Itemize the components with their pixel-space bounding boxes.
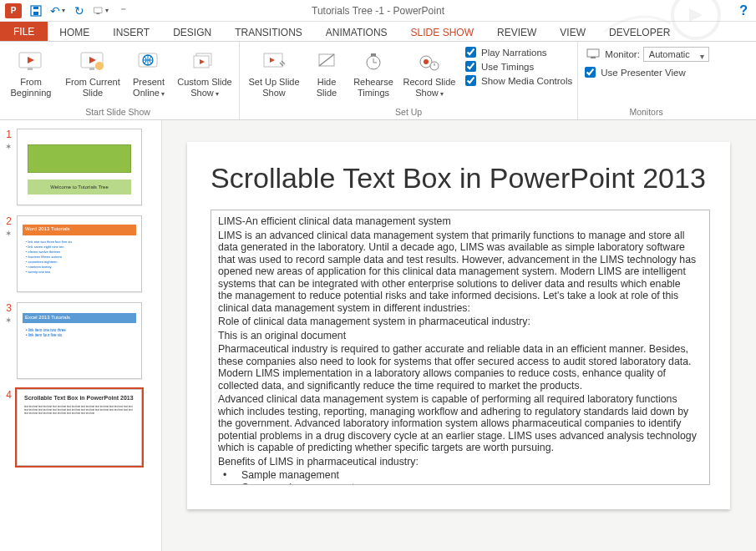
thumb-row[interactable]: 2✶ Word 2013 Tutorials • link one two th…	[0, 214, 161, 301]
slide-thumbnails-panel: 1✶ Welcome to Tutorials Tree 2✶ Word 201…	[0, 120, 162, 551]
from-beginning-button[interactable]: From Beginning	[2, 45, 60, 98]
monitor-select-value: Automatic	[643, 47, 709, 62]
slide-text: Role of clinical data management system …	[218, 316, 698, 328]
custom-slide-show-button[interactable]: Custom Slide Show▾	[175, 45, 234, 99]
group-set-up-label: Set Up	[245, 106, 572, 119]
tab-developer[interactable]: DEVELOPER	[597, 23, 682, 41]
tab-animations[interactable]: ANIMATIONS	[314, 23, 399, 41]
tab-transitions[interactable]: TRANSITIONS	[223, 23, 314, 41]
ribbon-tabs: FILE HOME INSERT DESIGN TRANSITIONS ANIM…	[0, 22, 756, 42]
rehearse-timings-button[interactable]: Rehearse Timings	[350, 45, 397, 98]
svg-rect-30	[587, 49, 599, 57]
slide-text: Benefits of LIMS in pharmaceutical indus…	[218, 456, 698, 468]
tab-design[interactable]: DESIGN	[161, 23, 223, 41]
setup-slide-show-button[interactable]: Set Up Slide Show	[245, 45, 303, 98]
tab-slide-show[interactable]: SLIDE SHOW	[399, 23, 485, 41]
slide-editor[interactable]: Scrollable Text Box in PowerPoint 2013 L…	[162, 120, 756, 551]
thumb-row[interactable]: 3✶ Excel 2013 Tutorials • link item one …	[0, 301, 161, 387]
hide-slide-label: Hide Slide	[307, 77, 347, 98]
thumb-2[interactable]: Word 2013 Tutorials • link one two three…	[17, 215, 142, 292]
svg-rect-4	[96, 13, 99, 13]
tab-view[interactable]: VIEW	[548, 23, 597, 41]
svg-rect-8	[28, 68, 33, 70]
thumb-4[interactable]: Scrollable Text Box in PowerPoint 2013 t…	[17, 389, 142, 466]
hide-slide-icon	[316, 48, 337, 75]
play-narrations-input[interactable]	[465, 47, 476, 58]
slide-text: LIMS is an advanced clinical data manage…	[218, 230, 698, 315]
thumb-number: 3✶	[3, 302, 12, 325]
save-icon[interactable]	[28, 3, 43, 18]
use-timings-input[interactable]	[465, 61, 476, 72]
thumb-3[interactable]: Excel 2013 Tutorials • link item one two…	[17, 302, 142, 379]
thumb-4-title: Scrollable Text Box in PowerPoint 2013	[24, 395, 134, 401]
thumb-2-title: Word 2013 Tutorials	[23, 225, 136, 235]
group-start-slide-show: From Beginning From Current Slide Presen…	[0, 42, 240, 119]
thumb-number: 1✶	[3, 129, 12, 151]
play-narrations-label: Play Narrations	[481, 48, 547, 58]
quick-access-toolbar: P ↶▾ ↻ ▾ ⁼	[0, 3, 130, 18]
group-monitors: Monitor: Automatic Use Presenter View Mo…	[578, 42, 713, 119]
svg-point-27	[424, 59, 429, 64]
svg-rect-23	[371, 53, 376, 56]
use-presenter-view-checkbox[interactable]: Use Presenter View	[583, 67, 685, 78]
show-media-controls-input[interactable]	[465, 75, 476, 86]
thumb-row[interactable]: 4 Scrollable Text Box in PowerPoint 2013…	[0, 387, 161, 474]
group-set-up: Set Up Slide Show Hide Slide Rehearse Ti…	[240, 42, 578, 119]
show-media-controls-checkbox[interactable]: Show Media Controls	[465, 75, 572, 86]
tab-insert[interactable]: INSERT	[101, 23, 161, 41]
present-online-button[interactable]: Present Online▾	[125, 45, 172, 99]
svg-rect-2	[33, 7, 38, 9]
rehearse-timings-icon	[363, 48, 384, 75]
slide-text: Pharmaceutical industry is required to g…	[218, 343, 698, 392]
thumb-number: 2✶	[3, 215, 12, 238]
present-online-icon	[136, 48, 161, 75]
from-beginning-label: From Beginning	[2, 77, 60, 98]
slide-title[interactable]: Scrollable Text Box in PowerPoint 2013	[211, 162, 715, 195]
scrollable-text-box[interactable]: LIMS-An efficient clinical data manageme…	[211, 210, 710, 485]
custom-slide-show-icon	[192, 48, 217, 75]
slide-canvas[interactable]: Scrollable Text Box in PowerPoint 2013 L…	[187, 142, 730, 509]
use-timings-checkbox[interactable]: Use Timings	[465, 61, 572, 72]
svg-rect-1	[33, 12, 38, 15]
custom-slide-show-label: Custom Slide Show▾	[175, 77, 234, 99]
thumb-4-body: text text text text text text text text …	[24, 405, 134, 415]
hide-slide-button[interactable]: Hide Slide	[307, 45, 347, 98]
tab-file[interactable]: FILE	[0, 22, 48, 41]
redo-icon[interactable]: ↻	[72, 3, 87, 18]
monitor-select[interactable]: Automatic	[643, 49, 709, 59]
monitor-label: Monitor:	[605, 49, 640, 59]
rehearse-timings-label: Rehearse Timings	[350, 77, 397, 98]
qat-customize-icon[interactable]: ⁼	[115, 3, 130, 18]
help-icon[interactable]: ?	[739, 3, 748, 18]
svg-rect-3	[94, 8, 102, 13]
slide-text: LIMS-An efficient clinical data manageme…	[218, 215, 698, 228]
bullet-list: Sample management Compound management En…	[218, 469, 698, 484]
list-item: Compound management	[220, 482, 698, 485]
thumb-row[interactable]: 1✶ Welcome to Tutorials Tree	[0, 127, 161, 214]
group-start-label: Start Slide Show	[2, 106, 234, 119]
svg-rect-12	[89, 68, 94, 70]
record-slide-show-icon	[418, 48, 441, 75]
use-presenter-view-input[interactable]	[585, 67, 596, 78]
undo-icon[interactable]: ↶▾	[50, 3, 65, 18]
play-narrations-checkbox[interactable]: Play Narrations	[465, 47, 572, 58]
use-presenter-view-label: Use Presenter View	[601, 68, 685, 78]
from-current-slide-icon	[79, 48, 106, 75]
tab-review[interactable]: REVIEW	[485, 23, 548, 41]
setup-slide-show-label: Set Up Slide Show	[245, 77, 303, 98]
start-from-beginning-icon[interactable]: ▾	[94, 3, 109, 18]
svg-point-11	[95, 62, 104, 70]
thumb-2-body: • link one two three four five six• link…	[26, 240, 136, 275]
main-area: 1✶ Welcome to Tutorials Tree 2✶ Word 201…	[0, 120, 756, 551]
present-online-label: Present Online▾	[125, 77, 172, 99]
record-slide-show-button[interactable]: Record Slide Show▾	[400, 45, 459, 99]
scrollable-text-box-content[interactable]: LIMS-An efficient clinical data manageme…	[211, 210, 709, 484]
thumb-number: 4	[3, 389, 12, 401]
tab-home[interactable]: HOME	[48, 23, 101, 41]
svg-rect-31	[591, 57, 596, 58]
setup-checkboxes: Play Narrations Use Timings Show Media C…	[462, 45, 572, 86]
thumb-3-body: • link item one two three• link item fou…	[26, 328, 136, 338]
from-current-slide-button[interactable]: From Current Slide	[63, 45, 122, 98]
thumb-1[interactable]: Welcome to Tutorials Tree	[17, 129, 142, 205]
from-beginning-icon	[18, 48, 44, 75]
